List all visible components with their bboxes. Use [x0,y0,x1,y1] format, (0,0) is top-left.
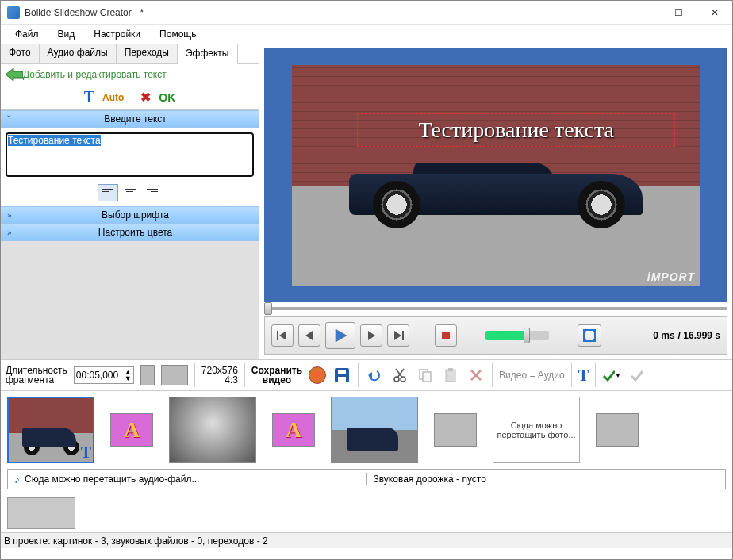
tab-effects[interactable]: Эффекты [178,44,238,64]
audio-dropzone[interactable]: ♪ Сюда можно перетащить аудио-файл... [8,473,367,485]
chevron-right-icon: » [7,228,18,237]
save-icon[interactable] [332,366,351,385]
duration-input[interactable]: 00:05,000▲▼ [74,366,134,384]
transition-2[interactable]: A [272,413,315,447]
text-badge-icon: T [81,443,91,462]
stop-button[interactable] [435,324,457,347]
cancel-icon[interactable]: ✖ [140,90,151,105]
left-panel: Фото Аудио файлы Переходы Эффекты Добави… [1,44,259,359]
seek-bar[interactable] [264,304,727,313]
resolution-label: 720x576 4:3 [201,366,238,385]
svg-rect-20 [446,370,455,382]
text-tool-icon[interactable]: T [578,366,589,385]
menu-settings[interactable]: Настройки [86,27,148,41]
svg-marker-4 [336,329,347,342]
last-frame-button[interactable] [387,324,409,347]
text-icon[interactable]: T [84,88,94,106]
preview-image: Тестирование текста iMPORT [292,65,700,286]
time-total: / 16.999 s [678,330,720,341]
slide-3[interactable] [331,397,418,463]
paste-icon[interactable] [441,366,460,385]
first-frame-button[interactable] [271,324,294,347]
tab-audio[interactable]: Аудио файлы [40,44,117,63]
window-title: Bolide Slideshow Creator - * [25,7,144,18]
svg-rect-7 [402,331,404,340]
colors-label: Настроить цвета [18,227,252,238]
chevron-down-icon: ˇ [7,115,18,124]
align-right-button[interactable] [142,184,163,201]
tab-transitions[interactable]: Переходы [117,44,178,63]
grey-placeholder[interactable] [7,497,75,529]
slide-1[interactable]: T [7,397,94,463]
copy-icon[interactable] [416,366,435,385]
add-text-header: Добавить и редактировать текст [1,64,259,85]
time-current: 0 ms [653,330,674,341]
accordion-enter-text[interactable]: ˇ Введите текст [1,110,259,128]
playback-controls: 0 ms / 16.999 s [264,316,727,355]
preview-area: Тестирование текста iMPORT 0 ms / 16.999… [259,44,732,359]
auto-button[interactable]: Auto [102,92,124,103]
svg-rect-21 [448,368,453,371]
minimize-button[interactable]: ─ [625,1,661,25]
transition-1[interactable]: A [110,413,153,447]
thumb-preview-2[interactable] [161,365,188,385]
svg-rect-11 [338,370,346,374]
align-center-button[interactable] [120,184,140,201]
timeline-strip: T A A Сюда можно перетащить фото... [1,391,732,469]
menu-file[interactable]: Файл [7,27,47,41]
undo-icon[interactable] [365,366,384,385]
volume-slider[interactable] [485,331,549,340]
fullscreen-button[interactable] [578,324,601,347]
font-label: Выбор шрифта [18,209,252,221]
timeline-toolbar: Длительность фрагмента 00:05,000▲▼ 720x5… [1,359,732,391]
chevron-right-icon: » [7,211,18,220]
transition-empty-2[interactable] [596,413,639,447]
prev-frame-button[interactable] [298,324,320,347]
play-button[interactable] [325,322,355,349]
transition-empty[interactable] [434,413,477,447]
menu-view[interactable]: Вид [50,27,83,41]
statusbar: В проекте: картинок - 3, звуковых файлов… [1,532,732,548]
thumb-preview-1[interactable] [140,365,155,385]
svg-point-14 [394,377,399,382]
text-toolbar: T Auto ✖ OK [1,85,259,110]
left-tabs: Фото Аудио файлы Переходы Эффекты [1,44,259,64]
ok-button[interactable]: OK [159,91,175,104]
svg-marker-6 [394,331,401,340]
svg-rect-8 [442,332,450,339]
accordion-colors[interactable]: » Настроить цвета [1,224,259,241]
enter-text-label: Введите текст [18,113,252,125]
svg-rect-1 [277,331,278,340]
bottom-area [1,493,732,532]
svg-rect-12 [338,377,346,382]
svg-marker-0 [6,68,23,81]
menu-help[interactable]: Помощь [152,27,204,41]
check-grey-icon[interactable] [627,366,647,385]
photo-dropzone[interactable]: Сюда можно перетащить фото... [493,397,580,463]
maximize-button[interactable]: ☐ [661,1,697,25]
overlay-text[interactable]: Тестирование текста [357,113,675,147]
svg-marker-2 [279,331,286,340]
text-input[interactable] [6,132,254,177]
back-arrow-icon[interactable] [6,67,23,82]
tab-photo[interactable]: Фото [1,44,40,63]
audio-track-status: Звуковая дорожка - пусто [367,474,726,485]
panel-filler [1,241,259,359]
audio-track-row: ♪ Сюда можно перетащить аудио-файл... Зв… [7,469,726,489]
check-icon[interactable]: ▼ [602,366,621,385]
menubar: Файл Вид Настройки Помощь [1,25,732,44]
accordion-font[interactable]: » Выбор шрифта [1,206,259,224]
preview-canvas[interactable]: Тестирование текста iMPORT [264,48,727,302]
svg-point-15 [401,377,405,382]
next-frame-button[interactable] [360,324,382,347]
delete-icon[interactable] [466,366,485,385]
cut-icon[interactable] [390,366,409,385]
svg-rect-19 [423,372,431,382]
enter-text-body [1,128,259,206]
align-left-button[interactable] [98,184,118,201]
duration-label: Длительность фрагмента [6,366,67,385]
record-button[interactable] [309,366,326,384]
app-icon [7,6,20,19]
close-button[interactable]: ✕ [697,1,732,25]
slide-2[interactable] [169,397,256,463]
